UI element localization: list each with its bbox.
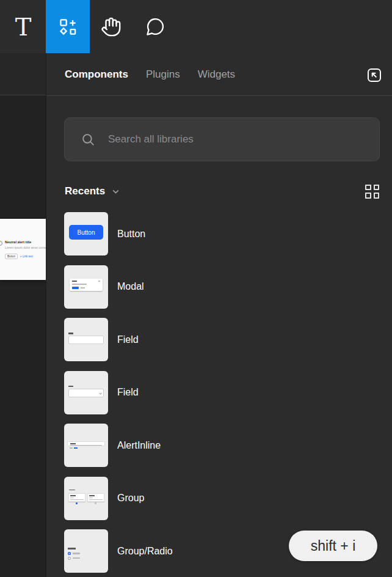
alert-button[interactable]: Button [5, 254, 18, 259]
component-thumbnail-field[interactable] [64, 318, 108, 361]
grid-cell [365, 193, 371, 199]
preview-dot [95, 502, 96, 504]
preview-bar [89, 495, 95, 496]
component-label: Group [117, 493, 144, 504]
list-item-group[interactable]: Group [64, 477, 382, 520]
canvas-upper-band [0, 53, 46, 95]
preview-card [68, 493, 85, 502]
shortcut-hint-text: shift + i [311, 538, 356, 554]
component-label: Group/Radio [117, 546, 173, 557]
assets-panel: Components Plugins Widgets Recents [46, 53, 392, 577]
tab-plugins[interactable]: Plugins [146, 68, 180, 81]
search-input[interactable] [108, 133, 379, 145]
preview-radio-unselected [68, 557, 71, 560]
chevron-down-icon[interactable] [112, 188, 120, 196]
preview-select-chevron [99, 392, 101, 394]
preview-field-label [68, 333, 73, 334]
open-panel-window-button[interactable] [365, 66, 383, 84]
comment-bubble-icon [145, 17, 165, 37]
preview-bar [70, 445, 102, 446]
component-thumbnail-group[interactable] [64, 477, 108, 520]
preview-bar [72, 281, 77, 282]
preview-bar [70, 447, 73, 449]
preview-group-label [68, 548, 76, 549]
top-toolbar: T [0, 0, 392, 53]
preview-selected-dot [76, 502, 78, 504]
list-item-button[interactable]: Button Button [64, 212, 382, 255]
preview-alert-box [67, 441, 105, 446]
preview-field-label [68, 386, 73, 388]
preview-modal [70, 279, 103, 291]
preview-link-bar [74, 447, 78, 449]
assets-icon [59, 18, 77, 36]
alert-link[interactable]: + Link text [20, 255, 33, 258]
hand-icon [101, 17, 122, 37]
component-label: Field [117, 387, 139, 398]
component-label: Modal [117, 281, 144, 292]
info-icon [0, 241, 2, 246]
canvas-alert-component[interactable]: Neutral alert title Lorem ipsum dolor am… [0, 219, 46, 280]
list-item-modal[interactable]: Modal [64, 265, 382, 309]
preview-bar [70, 495, 76, 496]
recents-component-list: Button Button Modal [64, 212, 382, 573]
list-item-alertinline[interactable]: AlertInline [64, 424, 382, 467]
preview-bar [81, 287, 85, 288]
preview-button: Button [69, 225, 103, 240]
preview-text-input [68, 336, 104, 344]
panel-tab-bar: Components Plugins Widgets [46, 53, 392, 96]
preview-bar [73, 557, 80, 559]
preview-bar [72, 284, 87, 285]
tab-widgets[interactable]: Widgets [198, 68, 235, 81]
grid-cell [374, 185, 380, 191]
list-item-field[interactable]: Field [64, 318, 382, 361]
preview-primary-button [72, 287, 79, 289]
grid-view-toggle-icon[interactable] [365, 185, 379, 199]
preview-select-input [68, 389, 104, 397]
shortcut-hint-badge: shift + i [289, 531, 377, 561]
preview-close-mark [98, 281, 100, 282]
preview-bar [89, 498, 93, 499]
grid-cell [374, 193, 380, 199]
figma-app-window: T Neutra [0, 0, 392, 577]
list-item-field-select[interactable]: Field [64, 371, 382, 414]
component-label: Button [117, 229, 145, 240]
preview-bar [70, 498, 74, 499]
popout-arrow-icon [365, 66, 383, 84]
grid-cell [365, 185, 371, 191]
search-icon [81, 132, 96, 147]
preview-card [87, 493, 104, 502]
alert-body-text: Lorem ipsum dolor amet conse [5, 246, 46, 249]
recents-title[interactable]: Recents [65, 185, 105, 197]
alert-title: Neutral alert title [5, 240, 31, 244]
text-tool-icon: T [15, 15, 32, 39]
preview-group-label [69, 490, 75, 491]
component-label: Field [117, 334, 139, 345]
text-tool-button[interactable]: T [9, 0, 38, 53]
library-search-box[interactable] [64, 117, 380, 161]
component-thumbnail-group-radio[interactable] [64, 529, 108, 573]
component-thumbnail-alertinline[interactable] [64, 424, 108, 467]
hand-tool-button[interactable] [96, 0, 126, 53]
preview-radio-selected [68, 552, 71, 555]
canvas-area[interactable]: Neutral alert title Lorem ipsum dolor am… [0, 53, 46, 577]
component-thumbnail-button[interactable]: Button [64, 212, 108, 255]
component-label: AlertInline [117, 440, 161, 451]
tab-components[interactable]: Components [65, 68, 128, 81]
preview-bar [70, 499, 84, 500]
component-thumbnail-modal[interactable] [64, 265, 108, 309]
preview-bar [73, 553, 80, 554]
comment-tool-button[interactable] [140, 0, 170, 53]
assets-tool-button-active[interactable] [46, 0, 90, 53]
preview-bar [89, 499, 103, 500]
preview-bar [70, 443, 76, 444]
recents-section-header: Recents [65, 183, 379, 199]
component-thumbnail-field-select[interactable] [64, 371, 108, 414]
